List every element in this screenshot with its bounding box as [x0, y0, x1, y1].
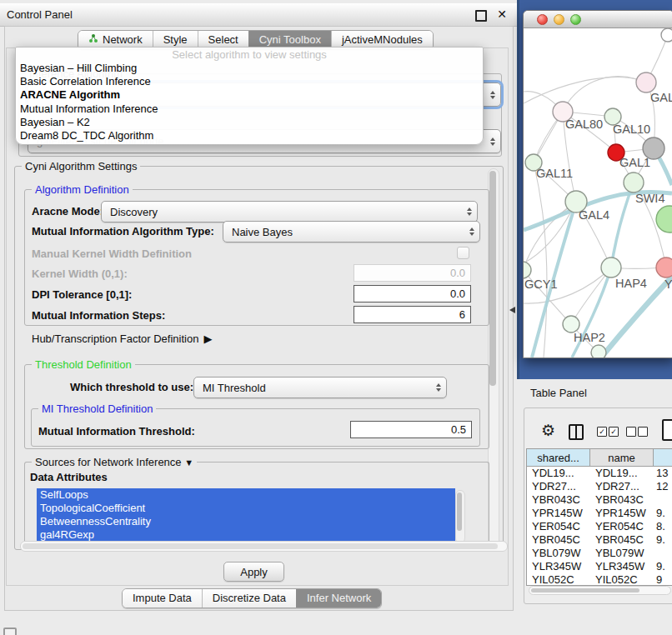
float-panel-icon[interactable]: [475, 10, 487, 22]
document-icon[interactable]: [662, 419, 672, 441]
network-node[interactable]: [636, 72, 656, 92]
network-node-label: Y: [664, 278, 672, 291]
table-horizontal-scrollbar[interactable]: [529, 586, 671, 595]
window-close-icon[interactable]: [537, 14, 548, 25]
network-edge[interactable]: [524, 78, 646, 103]
table-cell: YLR345W: [527, 560, 590, 573]
unchecked-checkbox-icon[interactable]: [626, 427, 636, 437]
columns-icon[interactable]: [569, 424, 584, 440]
table-row[interactable]: YBL079WYBL079W: [527, 547, 672, 560]
kernel-width-field[interactable]: 0.0: [354, 264, 471, 282]
manual-kernel-checkbox[interactable]: [457, 247, 469, 259]
table-row[interactable]: YPR145WYPR145W9.: [527, 507, 672, 520]
table-cell: YDL19...: [527, 467, 590, 480]
table-row[interactable]: YBR045CYBR045C9.: [527, 533, 672, 547]
window-zoom-icon[interactable]: [570, 14, 581, 25]
hub-definition-toggle[interactable]: Hub/Transcription Factor Definition▶: [32, 332, 212, 345]
dpi-tolerance-field[interactable]: 0.0: [354, 285, 471, 302]
network-edge[interactable]: [563, 77, 646, 112]
settings-vertical-scrollbar[interactable]: [488, 168, 499, 548]
tab-discretize-data[interactable]: Discretize Data: [202, 589, 296, 608]
expand-arrow-icon: ▶: [203, 332, 212, 345]
table-row[interactable]: YLR345WYLR345W9.: [527, 560, 672, 573]
table-row[interactable]: YIL052CYIL052C9: [527, 573, 672, 586]
table-cell: 9: [654, 573, 672, 586]
window-minimize-icon[interactable]: [554, 14, 564, 25]
network-node[interactable]: [656, 206, 672, 232]
aracne-mode-combo[interactable]: Discovery: [101, 201, 478, 222]
table-row[interactable]: YDR27...YDR27...12: [527, 480, 672, 493]
table-row[interactable]: YBR043CYBR043C: [527, 493, 672, 507]
checked-checkbox-icon[interactable]: ✓: [597, 427, 607, 437]
column-header[interactable]: A: [654, 449, 672, 467]
data-attribute-item[interactable]: gal4RGexp: [37, 528, 455, 542]
data-attribute-item[interactable]: BetweennessCentrality: [37, 515, 455, 528]
table-cell: YBR045C: [527, 533, 590, 547]
tab-label: Select: [208, 33, 238, 46]
which-threshold-combo[interactable]: MI Threshold: [193, 377, 447, 398]
table-cell: 13: [654, 467, 672, 480]
data-attributes-label: Data Attributes: [30, 471, 108, 483]
close-icon[interactable]: ✕: [497, 8, 507, 21]
table-cell: 9.: [654, 507, 672, 520]
aracne-mode-value: Discovery: [110, 206, 158, 218]
algorithm-definition-legend: Algorithm Definition: [32, 183, 133, 196]
network-node[interactable]: [591, 345, 606, 358]
apply-button[interactable]: Apply: [223, 562, 284, 582]
gear-icon[interactable]: ⚙: [541, 421, 555, 440]
algorithm-option[interactable]: Mutual Information Inference: [16, 102, 483, 116]
network-node[interactable]: [601, 258, 621, 278]
kernel-width-label: Kernel Width (0,1):: [32, 268, 128, 280]
threshold-definition-legend: Threshold Definition: [32, 358, 135, 371]
tab-label: Style: [163, 33, 188, 46]
node-table[interactable]: shared...nameA YDL19...YDL19...13YDR27..…: [526, 448, 672, 586]
checked-checkbox-icon[interactable]: ✓: [609, 427, 619, 437]
tab-label: jActiveMNodules: [342, 33, 423, 46]
data-attributes-list[interactable]: SelfLoopsTopologicalCoefficientBetweenne…: [37, 488, 455, 544]
algorithm-option[interactable]: Bayesian – Hill Climbing: [16, 62, 483, 75]
table-body: YDL19...YDL19...13YDR27...YDR27...12YBR0…: [527, 467, 672, 586]
mi-type-combo[interactable]: Naive Bayes: [223, 221, 480, 242]
table-row[interactable]: YDL19...YDL19...13: [527, 467, 672, 480]
network-node[interactable]: [563, 316, 579, 332]
settings-horizontal-scrollbar[interactable]: [20, 541, 508, 552]
algorithm-popup-placeholder: Select algorithm to view settings: [16, 48, 483, 62]
mi-threshold-field[interactable]: 0.5: [350, 421, 472, 438]
sources-legend[interactable]: Sources for Network Inference ▼: [32, 456, 197, 468]
collapsed-panel-icon[interactable]: [3, 628, 17, 635]
column-header[interactable]: name: [590, 449, 654, 467]
tab-impute-data[interactable]: Impute Data: [123, 589, 202, 608]
unchecked-checkbox-icon[interactable]: [638, 427, 648, 437]
algorithm-option[interactable]: Bayesian – K2: [16, 116, 483, 129]
data-attribute-item[interactable]: SelfLoops: [37, 488, 455, 502]
mi-type-value: Naive Bayes: [232, 226, 293, 238]
network-node[interactable]: [524, 262, 531, 278]
table-cell: 8.: [654, 520, 672, 533]
network-node[interactable]: [661, 28, 672, 42]
tab-infer-network[interactable]: Infer Network: [296, 589, 381, 608]
table-cell: YER054C: [590, 520, 654, 533]
network-node[interactable]: [624, 172, 644, 192]
algorithm-option[interactable]: ARACNE Algorithm: [16, 88, 483, 102]
network-window-titlebar[interactable]: [524, 11, 672, 28]
algorithm-option[interactable]: Dream8 DC_TDC Algorithm: [16, 129, 483, 142]
table-row[interactable]: YER054CYER054C8.: [527, 520, 672, 533]
table-cell: YPR145W: [590, 507, 654, 520]
data-attribute-item[interactable]: TopologicalCoefficient: [37, 502, 455, 515]
network-node-label: HAP4: [615, 277, 647, 290]
table-header-row: shared...nameA: [527, 449, 672, 467]
network-node-label: GAL80: [565, 118, 603, 131]
column-header[interactable]: shared...: [527, 449, 590, 467]
table-cell: YPR145W: [527, 507, 590, 520]
aracne-mode-label: Aracne Mode:: [32, 205, 103, 218]
network-canvas[interactable]: GALGAL80GAL10GAL1GAL11SWI4GAL4GCY1HAP4YH…: [524, 28, 672, 358]
algorithm-option[interactable]: Basic Correlation Inference: [16, 75, 483, 88]
attributes-vertical-scrollbar[interactable]: [455, 490, 465, 543]
table-cell: [654, 493, 672, 507]
mi-steps-field[interactable]: 6: [354, 306, 471, 323]
table-cell: YBR043C: [527, 493, 590, 507]
tab-label: Cyni Toolbox: [259, 33, 321, 46]
network-node-label: HAP2: [574, 331, 605, 344]
collapse-arrow-icon: ▼: [184, 458, 193, 468]
network-node[interactable]: [656, 258, 672, 278]
